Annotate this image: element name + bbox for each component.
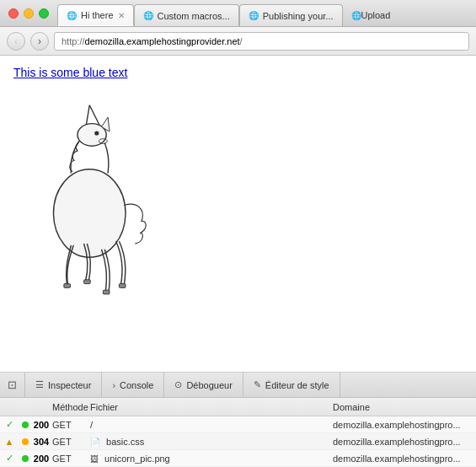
tab-inspecteur[interactable]: ☰ Inspecteur: [25, 373, 102, 398]
address-protocol: http://: [62, 36, 85, 46]
row-check: ▲: [0, 437, 19, 447]
status-code: 200: [34, 454, 49, 464]
tab-page-icon: 🌐: [249, 11, 259, 20]
tab-editeur-style[interactable]: ✎ Éditeur de style: [243, 373, 340, 398]
forward-button[interactable]: ›: [30, 32, 49, 51]
forward-icon: ›: [38, 35, 41, 47]
devtools-panel: ⊡ ☰ Inspecteur › Console ⊙ Débogueur ✎ É…: [0, 372, 476, 467]
svg-rect-8: [84, 280, 91, 284]
tab-page-icon: 🌐: [67, 11, 77, 20]
status-code: 200: [34, 420, 49, 430]
back-button[interactable]: ‹: [7, 32, 25, 51]
row-method: GET: [52, 420, 90, 430]
tab-hi-there[interactable]: 🌐 Hi there ✕: [57, 4, 134, 26]
debogueur-label: Débogueur: [186, 380, 232, 390]
svg-rect-10: [119, 284, 126, 288]
minimize-button[interactable]: [24, 8, 34, 19]
css-file-icon: 📄: [90, 437, 100, 447]
row-check: ✓: [0, 419, 19, 430]
maximize-button[interactable]: [39, 8, 49, 19]
back-icon: ‹: [14, 35, 18, 47]
header-domain: Domaine: [333, 402, 476, 412]
inspecteur-label: Inspecteur: [48, 380, 91, 390]
main-area: This is some blue text: [0, 56, 476, 467]
row-status: 304: [19, 437, 52, 447]
row-domain: demozilla.examplehostingpro...: [333, 420, 476, 430]
row-domain: demozilla.examplehostingpro...: [333, 437, 476, 447]
svg-point-6: [54, 169, 126, 258]
status-dot-icon: [22, 438, 29, 445]
file-name: basic.css: [106, 437, 144, 447]
address-bar[interactable]: http://demozilla.examplehostingprovider.…: [54, 32, 469, 51]
row-method: GET: [52, 454, 90, 464]
tab-bar: 🌐 Hi there ✕ 🌐 Custom macros... 🌐 Publis…: [57, 0, 476, 26]
blue-text: This is some blue text: [13, 66, 463, 79]
status-code: 304: [34, 437, 49, 447]
header-method: Méthode: [52, 402, 90, 412]
tab-label: Publishing your...: [263, 11, 334, 21]
row-file: 🖼 unicorn_pic.png: [90, 454, 333, 464]
check-icon: ✓: [6, 419, 13, 429]
target-icon: ⊡: [8, 378, 17, 391]
console-label: Console: [120, 380, 153, 390]
table-row[interactable]: ✓ 200 GET 🖼 unicorn_pic.png demozilla.ex…: [0, 450, 476, 467]
address-domain: demozilla.examplehostingprovider.net: [85, 36, 240, 46]
row-method: GET: [52, 437, 90, 447]
console-icon: ›: [112, 380, 115, 390]
window-controls: [0, 8, 57, 19]
tab-debogueur[interactable]: ⊙ Débogueur: [164, 373, 243, 398]
editeur-label: Éditeur de style: [265, 380, 329, 390]
tab-page-icon: 🌐: [351, 11, 361, 20]
tab-publishing[interactable]: 🌐 Publishing your...: [239, 4, 343, 26]
navbar: ‹ › http://demozilla.examplehostingprovi…: [0, 27, 476, 56]
row-check: ✓: [0, 453, 19, 464]
tab-page-icon: 🌐: [143, 11, 153, 20]
warning-icon: ▲: [5, 437, 14, 447]
status-dot-icon: [22, 421, 29, 428]
editeur-icon: ✎: [254, 379, 261, 390]
header-file: Fichier: [90, 402, 333, 412]
tab-upload[interactable]: 🌐 Upload: [343, 4, 399, 26]
svg-rect-7: [64, 284, 71, 288]
network-table: Méthode Fichier Domaine ✓ 200 GET / demo…: [0, 398, 476, 467]
devtools-target-icon[interactable]: ⊡: [0, 373, 25, 398]
close-button[interactable]: [8, 8, 19, 19]
network-table-header: Méthode Fichier Domaine: [0, 398, 476, 416]
row-file: /: [90, 420, 333, 430]
tab-label: Custom macros...: [158, 11, 230, 21]
file-name: unicorn_pic.png: [104, 454, 170, 464]
address-path: /: [240, 36, 243, 46]
tab-label: Hi there: [81, 10, 114, 20]
devtools-tabbar: ⊡ ☰ Inspecteur › Console ⊙ Débogueur ✎ É…: [0, 373, 476, 398]
image-file-icon: 🖼: [90, 454, 99, 464]
svg-rect-9: [103, 290, 110, 294]
table-row[interactable]: ▲ 304 GET 📄 basic.css demozilla.exampleh…: [0, 433, 476, 450]
inspecteur-icon: ☰: [35, 379, 44, 390]
row-file: 📄 basic.css: [90, 437, 333, 447]
tab-custom-macros[interactable]: 🌐 Custom macros...: [134, 4, 239, 26]
row-status: 200: [19, 454, 52, 464]
debogueur-icon: ⊙: [174, 379, 182, 390]
titlebar: 🌐 Hi there ✕ 🌐 Custom macros... 🌐 Publis…: [0, 0, 476, 27]
table-row[interactable]: ✓ 200 GET / demozilla.examplehostingpro.…: [0, 416, 476, 433]
row-status: 200: [19, 420, 52, 430]
tab-console[interactable]: › Console: [102, 373, 164, 398]
unicorn-image: [13, 92, 174, 303]
svg-point-4: [95, 132, 99, 135]
check-icon: ✓: [6, 453, 13, 463]
row-domain: demozilla.examplehostingpro...: [333, 454, 476, 464]
tab-label: Upload: [361, 10, 391, 20]
status-dot-icon: [22, 455, 29, 462]
tab-close-icon[interactable]: ✕: [118, 11, 125, 20]
